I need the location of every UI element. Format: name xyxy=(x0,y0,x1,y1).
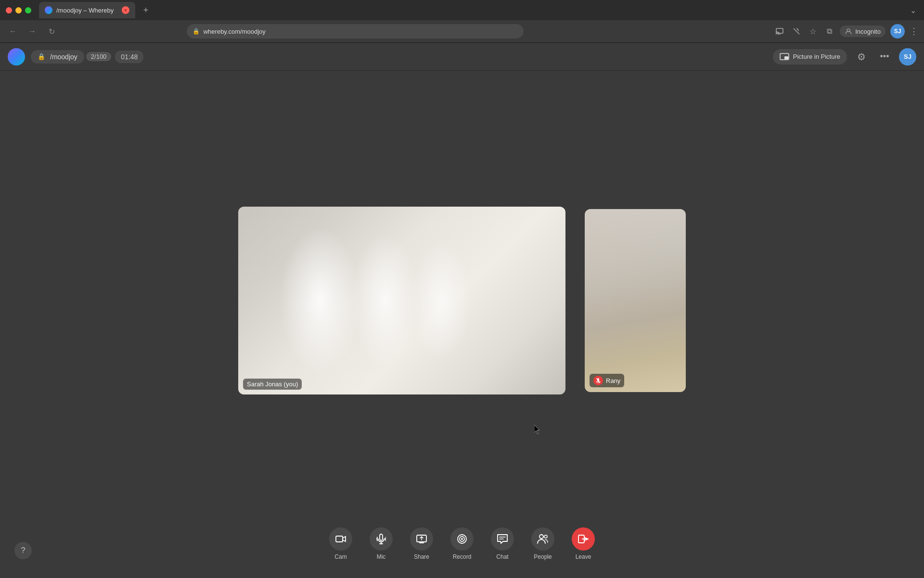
share-label: Share xyxy=(414,553,429,560)
leave-button[interactable]: Leave xyxy=(564,524,603,564)
record-icon xyxy=(450,527,474,551)
incognito-label: Incognito xyxy=(855,28,881,35)
meeting-timer: 01:48 xyxy=(115,51,143,63)
tab-bar: /moodjoy – Whereby × + ⌄ xyxy=(0,0,924,20)
mute-icon xyxy=(593,376,603,385)
people-icon xyxy=(531,527,554,551)
bottom-toolbar: Cam Mic xyxy=(321,524,603,564)
more-options-button[interactable]: ••• xyxy=(876,48,893,66)
chat-icon xyxy=(491,527,514,551)
pip-button[interactable]: Picture in Picture xyxy=(773,49,847,65)
participant-count: 2/100 xyxy=(86,52,112,61)
svg-line-2 xyxy=(794,28,799,34)
minimize-window-button[interactable] xyxy=(15,7,22,13)
share-button[interactable]: Share xyxy=(402,524,441,564)
record-label: Record xyxy=(453,553,472,560)
secondary-participant-name: Rany xyxy=(606,377,620,384)
secondary-video-feed xyxy=(585,209,686,392)
cast-icon[interactable] xyxy=(774,26,786,37)
room-lock-icon: 🔒 xyxy=(38,53,45,60)
mic-icon xyxy=(370,527,393,551)
active-tab[interactable]: /moodjoy – Whereby × xyxy=(39,2,135,18)
chat-label: Chat xyxy=(496,553,508,560)
secondary-video-label: Rany xyxy=(590,374,624,387)
svg-point-1 xyxy=(776,34,777,35)
security-icon: 🔒 xyxy=(192,28,200,35)
svg-point-20 xyxy=(461,538,463,540)
back-button[interactable]: ← xyxy=(6,24,20,39)
tab-close-button[interactable]: × xyxy=(122,6,129,14)
cam-label: Cam xyxy=(334,553,346,560)
browser-profile-button[interactable]: SJ xyxy=(890,24,905,39)
leave-label: Leave xyxy=(576,553,591,560)
cam-button[interactable]: Cam xyxy=(321,524,360,564)
record-button[interactable]: Record xyxy=(443,524,481,564)
tab-bar-right: ⌄ xyxy=(908,4,918,17)
svg-point-23 xyxy=(539,535,543,539)
url-text: whereby.com/moodjoy xyxy=(204,28,518,35)
whereby-logo xyxy=(8,48,25,66)
main-participant-name: Sarah Jonas (you) xyxy=(247,381,298,388)
video-grid: Sarah Jonas (you) Rany xyxy=(0,197,924,404)
cam-icon xyxy=(329,527,352,551)
svg-rect-0 xyxy=(776,28,783,33)
app-header-right: Picture in Picture ⚙ ••• SJ xyxy=(773,48,916,66)
close-window-button[interactable] xyxy=(6,7,12,13)
main-video-tile: Sarah Jonas (you) xyxy=(238,207,565,394)
forward-button[interactable]: → xyxy=(25,24,39,39)
refresh-button[interactable]: ↻ xyxy=(44,24,59,39)
people-button[interactable]: People xyxy=(524,524,562,564)
secondary-video-tile: Rany xyxy=(585,209,686,392)
user-avatar[interactable]: SJ xyxy=(899,48,916,66)
extensions-icon[interactable]: ⧉ xyxy=(823,26,835,37)
chat-button[interactable]: Chat xyxy=(483,524,522,564)
new-tab-button[interactable]: + xyxy=(139,3,153,17)
address-bar[interactable]: 🔒 whereby.com/moodjoy xyxy=(187,24,524,39)
pip-label: Picture in Picture xyxy=(793,53,840,60)
main-video-label: Sarah Jonas (you) xyxy=(243,379,302,390)
mute-tab-icon[interactable] xyxy=(791,26,802,37)
bookmark-icon[interactable]: ☆ xyxy=(807,26,819,37)
incognito-badge[interactable]: Incognito xyxy=(840,26,886,37)
tab-favicon xyxy=(45,6,52,14)
share-icon xyxy=(410,527,433,551)
app-header: 🔒 /moodjoy 2/100 01:48 Picture in Pictur… xyxy=(0,43,924,71)
cursor xyxy=(534,425,541,436)
main-video-feed xyxy=(238,207,565,394)
svg-point-24 xyxy=(544,535,547,538)
people-label: People xyxy=(534,553,552,560)
browser-menu-button[interactable]: ⋮ xyxy=(910,26,918,37)
address-bar-row: ← → ↻ 🔒 whereby.com/moodjoy xyxy=(0,20,924,42)
traffic-lights xyxy=(6,7,31,13)
mic-label: Mic xyxy=(377,553,386,560)
browser-chrome: /moodjoy – Whereby × + ⌄ ← → ↻ 🔒 whereby… xyxy=(0,0,924,43)
room-name: /moodjoy xyxy=(50,53,77,61)
maximize-window-button[interactable] xyxy=(25,7,31,13)
mic-button[interactable]: Mic xyxy=(362,524,400,564)
leave-icon xyxy=(572,527,595,551)
settings-button[interactable]: ⚙ xyxy=(853,48,870,66)
browser-toolbar-right: ☆ ⧉ Incognito SJ ⋮ xyxy=(774,24,918,39)
help-button[interactable]: ? xyxy=(14,542,32,559)
svg-rect-7 xyxy=(336,536,343,542)
main-content: Sarah Jonas (you) Rany ? xyxy=(0,71,924,578)
svg-rect-5 xyxy=(784,56,788,59)
tab-list-button[interactable]: ⌄ xyxy=(908,4,918,17)
tab-title: /moodjoy – Whereby xyxy=(56,7,118,14)
room-info[interactable]: 🔒 /moodjoy xyxy=(31,50,84,64)
